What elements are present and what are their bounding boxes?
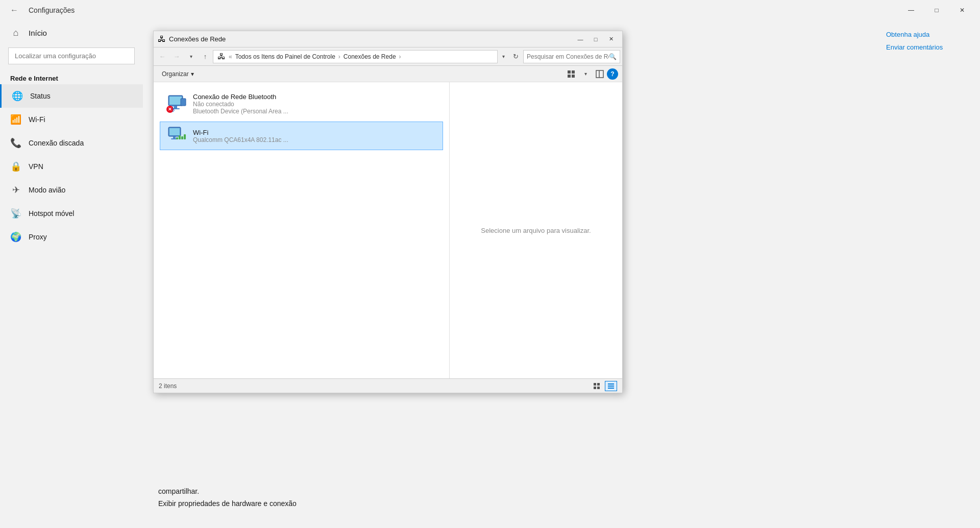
right-panel: Obtenha ajuda Enviar comentários xyxy=(878,20,980,528)
wifi-conn-icon xyxy=(166,126,187,146)
statusbar-list-btn[interactable] xyxy=(605,381,617,391)
view-buttons: ▾ ? xyxy=(564,67,618,81)
sidebar-item-wifi[interactable]: 📶 Wi-Fi xyxy=(0,108,143,131)
sidebar-item-vpn[interactable]: 🔒 VPN xyxy=(0,155,143,178)
svg-rect-16 xyxy=(184,134,186,139)
address-box: 🖧 « Todos os Itens do Painel de Controle… xyxy=(213,50,498,63)
svg-rect-19 xyxy=(594,383,596,386)
statusbar-grid-btn[interactable] xyxy=(591,381,603,391)
sidebar-item-discada[interactable]: 📞 Conexão discada xyxy=(0,131,143,155)
status-label: Status xyxy=(30,92,51,100)
aviao-label: Modo avião xyxy=(29,186,65,194)
proxy-label: Proxy xyxy=(29,233,47,241)
svg-rect-13 xyxy=(173,136,176,138)
sidebar-item-aviao[interactable]: ✈ Modo avião xyxy=(0,178,143,202)
sidebar-item-proxy[interactable]: 🌍 Proxy xyxy=(0,225,143,249)
bluetooth-conn-icon: ✕ ᛒ xyxy=(166,94,187,114)
breadcrumb-connections: Conexões de Rede xyxy=(344,53,396,60)
dialog-minimize-btn[interactable]: — xyxy=(573,34,587,45)
svg-rect-10 xyxy=(181,99,186,106)
connection-item-wifi[interactable]: Wi-Fi Qualcomm QCA61x4A 802.11ac ... xyxy=(160,122,443,150)
home-icon: ⌂ xyxy=(10,28,21,38)
maximize-button[interactable]: □ xyxy=(925,2,948,18)
bluetooth-badge: ᛒ xyxy=(172,105,176,113)
inicio-label: Início xyxy=(29,29,47,37)
svg-rect-0 xyxy=(568,70,571,74)
search-input[interactable] xyxy=(527,53,609,60)
svg-rect-7 xyxy=(169,97,182,105)
svg-rect-1 xyxy=(572,70,575,74)
preview-panel: Selecione um arquivo para visualizar. xyxy=(450,82,622,378)
help-view-btn[interactable]: ? xyxy=(607,68,618,80)
bottom-line1: compartilhar. xyxy=(158,487,464,495)
wifi-name: Wi-Fi xyxy=(193,129,288,136)
nav-up-btn[interactable]: ↑ xyxy=(199,50,212,63)
bluetooth-name: Conexão de Rede Bluetooth xyxy=(193,93,288,101)
address-icon: 🖧 xyxy=(217,52,226,61)
breadcrumb-panel: Todos os Itens do Painel de Controle xyxy=(235,53,335,60)
nav-dropdown-btn[interactable]: ▾ xyxy=(184,50,198,63)
dialog-close-btn[interactable]: ✕ xyxy=(604,34,618,45)
svg-rect-12 xyxy=(169,128,180,135)
bottom-settings-content: compartilhar. Exibir propriedades de har… xyxy=(158,487,464,508)
svg-rect-3 xyxy=(572,75,575,78)
view-dropdown-btn[interactable]: ▾ xyxy=(578,67,593,81)
svg-rect-24 xyxy=(608,386,614,387)
discada-label: Conexão discada xyxy=(29,139,84,147)
settings-title: Configurações xyxy=(29,6,75,14)
nav-forward-btn[interactable]: → xyxy=(170,50,183,63)
address-dropdown-btn[interactable]: ▾ xyxy=(499,50,508,63)
svg-rect-20 xyxy=(597,383,600,386)
wifi-conn-info: Wi-Fi Qualcomm QCA61x4A 802.11ac ... xyxy=(193,129,288,143)
view-toggle-btn[interactable] xyxy=(564,67,578,81)
aviao-icon: ✈ xyxy=(10,184,21,196)
settings-titlebar: ← Configurações — □ ✕ xyxy=(0,0,980,20)
bluetooth-adapter: Bluetooth Device (Personal Area ... xyxy=(193,108,288,115)
search-input[interactable] xyxy=(8,47,135,64)
sidebar-search-container xyxy=(8,47,135,64)
svg-rect-15 xyxy=(181,136,183,139)
vpn-label: VPN xyxy=(29,162,43,171)
svg-rect-18 xyxy=(176,137,178,139)
titlebar-controls: — □ ✕ xyxy=(899,2,974,18)
dialog-toolbar: Organizar ▾ ▾ ? xyxy=(154,66,622,82)
discada-icon: 📞 xyxy=(10,137,21,149)
connection-item-bluetooth[interactable]: ✕ ᛒ Conexão de Rede Bluetooth Não conect… xyxy=(160,88,443,119)
svg-rect-22 xyxy=(597,387,600,389)
sidebar-item-hotspot[interactable]: 📡 Hotspot móvel xyxy=(0,202,143,225)
close-button[interactable]: ✕ xyxy=(950,2,974,18)
hotspot-label: Hotspot móvel xyxy=(29,209,74,218)
dialog-title: Conexões de Rede xyxy=(169,35,226,43)
dialog-maximize-btn[interactable]: □ xyxy=(589,34,603,45)
sidebar: ⌂ Início Rede e Internet 🌐 Status 📶 Wi-F… xyxy=(0,20,143,528)
back-button[interactable]: ← xyxy=(6,4,22,17)
feedback-link[interactable]: Enviar comentários xyxy=(886,43,972,51)
sidebar-item-status[interactable]: 🌐 Status xyxy=(0,84,143,108)
wifi-adapter: Qualcomm QCA61x4A 802.11ac ... xyxy=(193,136,288,143)
dialog-titlebar: 🖧 Conexões de Rede — □ ✕ xyxy=(154,31,622,47)
breadcrumb-sep1: « xyxy=(229,53,232,60)
sidebar-item-inicio[interactable]: ⌂ Início xyxy=(0,20,143,45)
view-preview-btn[interactable] xyxy=(593,67,607,81)
svg-rect-21 xyxy=(594,387,596,389)
bluetooth-status: Não conectado xyxy=(193,101,288,108)
refresh-btn[interactable]: ↻ xyxy=(509,50,522,63)
wifi-icon: 📶 xyxy=(10,114,21,125)
connections-list: ✕ ᛒ Conexão de Rede Bluetooth Não conect… xyxy=(154,82,450,378)
bluetooth-conn-info: Conexão de Rede Bluetooth Não conectado … xyxy=(193,93,288,115)
organize-arrow: ▾ xyxy=(191,70,194,78)
bottom-line2: Exibir propriedades de hardware e conexã… xyxy=(158,499,464,508)
titlebar-left: ← Configurações xyxy=(6,4,75,17)
svg-rect-25 xyxy=(608,388,614,389)
organize-btn[interactable]: Organizar ▾ xyxy=(158,69,198,79)
help-link[interactable]: Obtenha ajuda xyxy=(886,31,972,38)
dialog-titlebar-controls: — □ ✕ xyxy=(573,34,618,45)
sidebar-section-title: Rede e Internet xyxy=(0,70,143,84)
nav-back-btn[interactable]: ← xyxy=(156,50,169,63)
hotspot-icon: 📡 xyxy=(10,208,21,219)
search-icon: 🔍 xyxy=(609,53,617,60)
preview-text: Selecione um arquivo para visualizar. xyxy=(481,227,591,234)
minimize-button[interactable]: — xyxy=(899,2,923,18)
svg-rect-2 xyxy=(568,75,571,78)
svg-rect-23 xyxy=(608,383,614,385)
